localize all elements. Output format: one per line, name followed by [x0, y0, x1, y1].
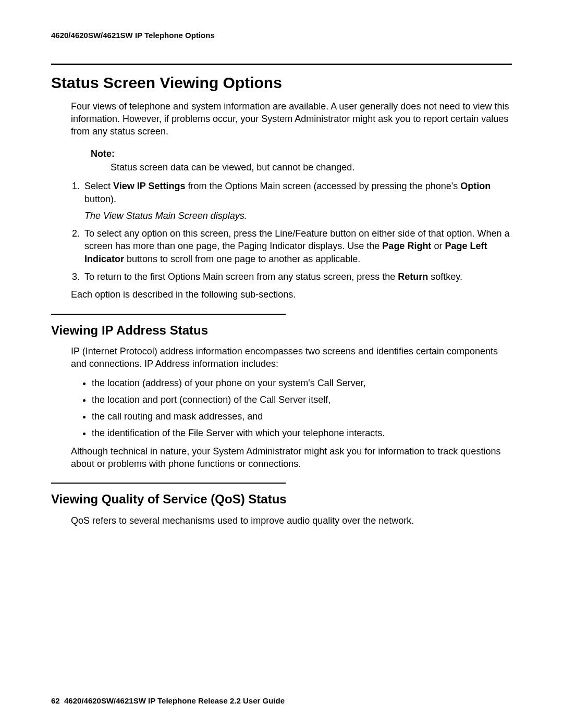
- step3-text-b: softkey.: [428, 272, 462, 282]
- footer-doc-title: 4620/4620SW/4621SW IP Telephone Release …: [64, 696, 285, 705]
- step1-bold-option: Option: [460, 181, 491, 191]
- ip-intro-block: IP (Internet Protocol) address informati…: [71, 345, 512, 371]
- after-steps-paragraph: Each option is described in the followin…: [71, 288, 512, 301]
- subsection-rule-ip: [51, 314, 286, 315]
- ip-bullet-3: the identification of the File Server wi…: [92, 427, 512, 439]
- step1-text-b: from the Options Main screen (accessed b…: [185, 181, 460, 191]
- ip-bullet-0: the location (address) of your phone on …: [92, 377, 512, 389]
- ip-bullet-list: the location (address) of your phone on …: [51, 377, 512, 440]
- ip-intro-paragraph: IP (Internet Protocol) address informati…: [71, 345, 512, 371]
- page-title: Status Screen Viewing Options: [51, 72, 512, 94]
- section-rule: [51, 64, 512, 65]
- qos-body-block: QoS refers to several mechanisms used to…: [71, 514, 512, 527]
- step1-result: The View Status Main Screen displays.: [84, 209, 512, 222]
- steps-list: Select View IP Settings from the Options…: [51, 180, 512, 283]
- step2-bold-page-right: Page Right: [382, 241, 431, 251]
- page-footer: 62 4620/4620SW/4621SW IP Telephone Relea…: [51, 696, 285, 706]
- step1-bold-view-ip: View IP Settings: [113, 181, 185, 191]
- step-2: To select any option on this screen, pre…: [82, 227, 512, 265]
- page-number: 62: [51, 696, 60, 705]
- section-title-qos: Viewing Quality of Service (QoS) Status: [51, 491, 512, 508]
- step2-text-b: or: [431, 241, 445, 251]
- step3-text-a: To return to the first Options Main scre…: [84, 272, 398, 282]
- after-steps-block: Each option is described in the followin…: [71, 288, 512, 301]
- note-body: Status screen data can be viewed, but ca…: [111, 161, 512, 174]
- step3-bold-return: Return: [398, 272, 428, 282]
- step-1: Select View IP Settings from the Options…: [82, 180, 512, 222]
- intro-block: Four views of telephone and system infor…: [71, 100, 512, 174]
- subsection-rule-qos: [51, 483, 286, 484]
- step1-text-a: Select: [84, 181, 113, 191]
- ip-outro-paragraph: Although technical in nature, your Syste…: [71, 445, 512, 471]
- note-label: Note:: [91, 147, 512, 160]
- ip-bullet-2: the call routing and mask addresses, and: [92, 410, 512, 423]
- running-header: 4620/4620SW/4621SW IP Telephone Options: [51, 30, 512, 41]
- document-page: 4620/4620SW/4621SW IP Telephone Options …: [0, 0, 563, 728]
- ip-outro-block: Although technical in nature, your Syste…: [71, 445, 512, 471]
- qos-body-paragraph: QoS refers to several mechanisms used to…: [71, 514, 512, 527]
- step1-text-c: button).: [84, 194, 116, 204]
- intro-paragraph: Four views of telephone and system infor…: [71, 100, 512, 138]
- step2-text-c: buttons to scroll from one page to anoth…: [124, 254, 360, 264]
- section-title-ip: Viewing IP Address Status: [51, 322, 512, 339]
- step-3: To return to the first Options Main scre…: [82, 270, 512, 283]
- ip-bullet-1: the location and port (connection) of th…: [92, 393, 512, 406]
